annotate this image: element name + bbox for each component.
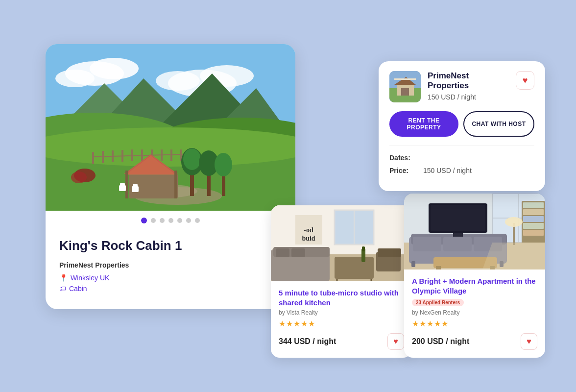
svg-rect-25 — [170, 149, 172, 161]
svg-point-39 — [215, 153, 232, 176]
booking-card: PrimeNest Properties 150 USD / night ♥ R… — [379, 61, 545, 191]
dot-2[interactable] — [151, 218, 156, 223]
svg-point-45 — [71, 172, 87, 183]
listing-price-2: 200 USD / night — [412, 337, 469, 346]
property-image — [46, 44, 295, 211]
svg-rect-18 — [102, 151, 104, 163]
listing-stars-2: ★★★★★ — [412, 319, 537, 328]
listing-title-2: A Bright + Modern Apartment in the Olymp… — [412, 276, 537, 295]
listing-price-1: 344 USD / night — [279, 337, 336, 346]
listing-footer-2: 200 USD / night ♥ — [412, 333, 537, 350]
svg-rect-50 — [401, 88, 409, 96]
price-row: Price: 150 USD / night — [389, 167, 534, 174]
applied-badge: 23 Applied Renters — [412, 299, 464, 306]
dot-3[interactable] — [160, 218, 165, 223]
price-detail-value: 150 USD / night — [423, 167, 472, 174]
svg-rect-97 — [453, 233, 463, 237]
listing-stars-1: ★★★★★ — [279, 319, 404, 328]
chat-host-button[interactable]: CHAT WITH HOST — [463, 111, 534, 137]
booking-details: Dates: Price: 150 USD / night — [389, 146, 534, 174]
svg-point-35 — [183, 148, 201, 170]
svg-text:buid: buid — [302, 235, 315, 242]
dot-4[interactable] — [168, 218, 173, 223]
price-label: Price: — [389, 167, 416, 174]
svg-rect-83 — [523, 230, 544, 236]
svg-rect-82 — [523, 223, 544, 229]
svg-rect-80 — [523, 209, 544, 215]
dot-5[interactable] — [177, 218, 182, 223]
svg-rect-65 — [335, 257, 374, 279]
booking-info: PrimeNest Properties 150 USD / night — [428, 71, 509, 101]
svg-rect-90 — [411, 261, 415, 267]
listing-favorite-button-1[interactable]: ♥ — [387, 333, 404, 350]
svg-rect-81 — [523, 216, 544, 222]
listing-footer-1: 344 USD / night ♥ — [279, 333, 404, 350]
svg-rect-96 — [431, 205, 485, 231]
favorite-button[interactable]: ♥ — [516, 71, 534, 90]
svg-rect-64 — [291, 248, 305, 257]
listing-card-1: -od buid — [271, 205, 412, 358]
svg-rect-51 — [394, 78, 416, 80]
rent-property-button[interactable]: RENT THE PROPERTY — [389, 111, 458, 137]
svg-rect-71 — [378, 248, 401, 257]
carousel-dots — [46, 211, 295, 226]
svg-point-2 — [90, 58, 139, 79]
booking-actions: RENT THE PROPERTY CHAT WITH HOST — [389, 111, 534, 137]
booking-header: PrimeNest Properties 150 USD / night ♥ — [389, 71, 534, 102]
dates-label: Dates: — [389, 154, 416, 162]
listing-image-2 — [404, 194, 545, 270]
tag-icon: 🏷 — [59, 285, 66, 293]
listing-card-2: A Bright + Modern Apartment in the Olymp… — [404, 194, 545, 358]
booking-agency: PrimeNest Properties — [428, 71, 509, 91]
svg-text:-od: -od — [304, 226, 313, 234]
booking-price-header: 150 USD / night — [428, 93, 509, 101]
svg-rect-88 — [443, 237, 472, 251]
main-property-card: King's Rock Cabin 1 PrimeNest Properties… — [46, 44, 295, 309]
dot-7[interactable] — [195, 218, 200, 223]
svg-point-6 — [156, 71, 200, 91]
svg-point-99 — [505, 217, 523, 227]
svg-marker-100 — [482, 243, 545, 270]
heart-icon: ♥ — [523, 75, 528, 86]
tag-row: 🏷 Cabin — [59, 285, 282, 293]
location-row: 📍 Winksley UK — [59, 274, 282, 282]
svg-rect-63 — [276, 248, 289, 257]
svg-rect-87 — [413, 237, 441, 251]
booking-thumbnail — [389, 71, 421, 102]
listing-agency-1: by Vista Realty — [279, 309, 404, 316]
listing-body-2: A Bright + Modern Apartment in the Olymp… — [404, 270, 545, 358]
listing-body-1: 5 minute to tube-micro studio with share… — [271, 281, 412, 358]
svg-point-3 — [55, 70, 95, 87]
listing-favorite-button-2[interactable]: ♥ — [521, 333, 537, 350]
svg-rect-79 — [523, 202, 544, 208]
svg-rect-41 — [120, 183, 125, 186]
svg-rect-93 — [436, 266, 441, 270]
listing-image-1: -od buid — [271, 205, 412, 281]
listing-agency-2: by NexGen Realty — [412, 309, 537, 316]
svg-rect-43 — [133, 184, 138, 187]
svg-rect-32 — [174, 171, 177, 198]
listing-title-1: 5 minute to tube-micro studio with share… — [279, 288, 404, 307]
svg-rect-17 — [92, 152, 94, 164]
property-title: King's Rock Cabin 1 — [59, 238, 282, 253]
location-text: Winksley UK — [71, 274, 109, 282]
svg-rect-31 — [125, 171, 128, 198]
dot-6[interactable] — [186, 218, 191, 223]
agency-name: PrimeNest Properties — [59, 261, 282, 269]
listing-heart-icon-2: ♥ — [527, 337, 531, 346]
dot-1[interactable] — [141, 218, 147, 223]
tag-text: Cabin — [69, 285, 87, 293]
svg-rect-67 — [362, 246, 365, 251]
dates-row: Dates: — [389, 154, 534, 162]
location-icon: 📍 — [59, 274, 68, 282]
listing-heart-icon-1: ♥ — [393, 337, 398, 346]
